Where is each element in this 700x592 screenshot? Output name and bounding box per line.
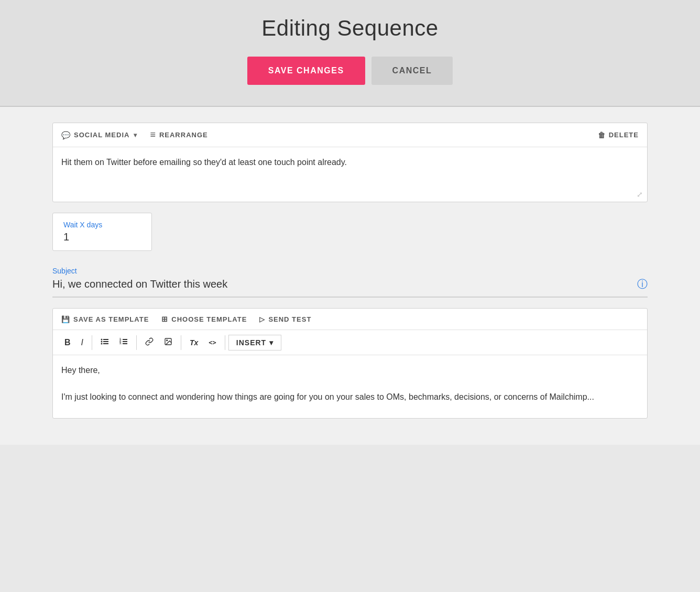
grid-icon <box>161 315 168 323</box>
choose-template-button[interactable]: CHOOSE TEMPLATE <box>161 315 247 323</box>
speech-bubble-icon <box>61 131 71 139</box>
email-editor-card: SAVE AS TEMPLATE CHOOSE TEMPLATE SEND TE… <box>52 308 648 419</box>
cancel-button[interactable]: CANCEL <box>371 57 453 85</box>
format-separator-2 <box>136 335 137 350</box>
social-card-body: ⤢ <box>53 147 647 202</box>
subject-label: Subject <box>52 267 648 275</box>
save-icon <box>61 315 70 323</box>
chevron-down-icon: ▾ <box>269 338 274 347</box>
subject-text[interactable]: Hi, we connected on Twitter this week <box>52 278 227 290</box>
svg-rect-1 <box>103 339 108 340</box>
menu-icon <box>150 129 156 140</box>
ordered-list-button[interactable]: 1.2.3. <box>114 333 133 352</box>
main-content: SOCIAL MEDIA ▾ REARRANGE DELETE ⤢ Wait X… <box>0 107 700 445</box>
code-button[interactable]: <> <box>203 335 221 350</box>
bold-button[interactable]: B <box>59 334 76 352</box>
svg-rect-3 <box>103 341 108 342</box>
wait-days-label: Wait X days <box>63 221 141 229</box>
insert-dropdown[interactable]: INSERT ▾ <box>228 335 281 350</box>
svg-rect-9 <box>123 341 127 342</box>
social-media-type-button[interactable]: SOCIAL MEDIA ▾ <box>61 131 137 139</box>
svg-rect-11 <box>123 343 127 344</box>
subject-section: Subject Hi, we connected on Twitter this… <box>52 261 648 298</box>
trash-icon <box>598 131 606 139</box>
format-separator-3 <box>181 335 181 350</box>
svg-point-2 <box>101 341 103 343</box>
delete-button[interactable]: DELETE <box>598 131 639 139</box>
svg-point-13 <box>167 340 168 341</box>
page-title: Editing Sequence <box>10 16 690 41</box>
social-media-card: SOCIAL MEDIA ▾ REARRANGE DELETE ⤢ <box>52 123 648 202</box>
editor-line-2: I'm just looking to connect and wonderin… <box>61 390 639 404</box>
rearrange-button[interactable]: REARRANGE <box>150 129 207 140</box>
wait-days-value: 1 <box>63 231 141 243</box>
social-card-toolbar: SOCIAL MEDIA ▾ REARRANGE DELETE <box>53 123 647 147</box>
image-button[interactable] <box>159 333 178 352</box>
resize-handle-icon: ⤢ <box>637 190 643 199</box>
svg-rect-7 <box>123 339 127 340</box>
link-button[interactable] <box>140 333 159 352</box>
wait-days-box: Wait X days 1 <box>52 213 152 251</box>
format-separator-4 <box>225 335 225 350</box>
editor-top-toolbar: SAVE AS TEMPLATE CHOOSE TEMPLATE SEND TE… <box>53 309 647 330</box>
svg-text:3.: 3. <box>119 342 122 345</box>
svg-point-0 <box>101 339 103 341</box>
clear-formatting-button[interactable]: Tx <box>184 334 203 351</box>
format-separator-1 <box>92 335 92 350</box>
send-test-button[interactable]: SEND TEST <box>259 315 311 323</box>
unordered-list-button[interactable] <box>95 333 114 352</box>
header-buttons: SAVE CHANGES CANCEL <box>10 57 690 85</box>
subject-row: Hi, we connected on Twitter this week ⓘ <box>52 277 648 291</box>
chevron-down-icon: ▾ <box>134 131 137 139</box>
italic-button[interactable]: I <box>76 334 89 352</box>
svg-rect-5 <box>103 343 108 344</box>
social-note-input[interactable] <box>61 158 639 189</box>
editor-line-1: Hey there, <box>61 364 639 377</box>
svg-point-4 <box>101 343 103 345</box>
header-section: Editing Sequence SAVE CHANGES CANCEL <box>0 0 700 107</box>
save-changes-button[interactable]: SAVE CHANGES <box>247 57 365 85</box>
send-icon <box>259 315 265 323</box>
save-as-template-button[interactable]: SAVE AS TEMPLATE <box>61 315 149 323</box>
editor-content-area[interactable]: Hey there, I'm just looking to connect a… <box>53 355 647 418</box>
editor-format-bar: B I 1.2.3. Tx <> INSERT ▾ <box>53 330 647 355</box>
help-icon[interactable]: ⓘ <box>637 277 648 291</box>
